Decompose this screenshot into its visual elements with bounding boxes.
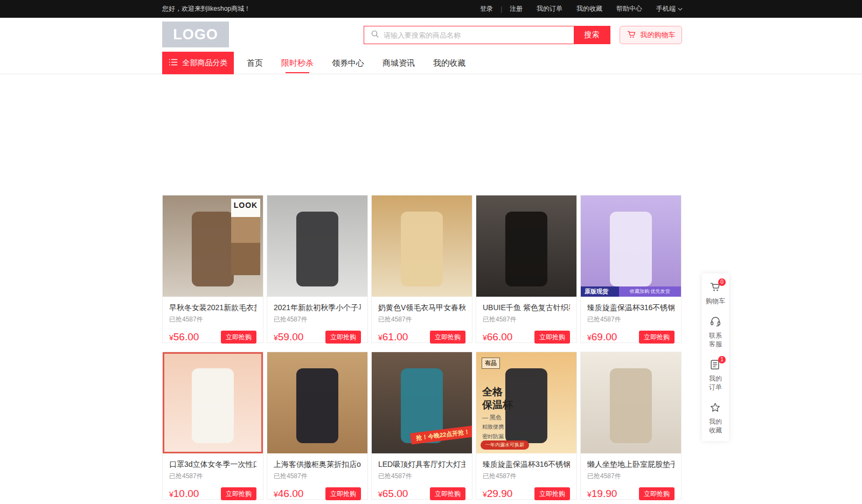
buy-now-button[interactable]: 立即抢购 bbox=[430, 487, 465, 500]
product-price: ¥56.00 bbox=[169, 331, 199, 343]
product-price-row: ¥69.00 立即抢购 bbox=[587, 331, 675, 344]
chevron-down-icon bbox=[678, 8, 683, 11]
price-value: 46.00 bbox=[278, 488, 304, 499]
panel-item-2[interactable]: 1我的 订单 bbox=[709, 359, 722, 391]
topbar-link-label: 我的订单 bbox=[537, 4, 562, 13]
product-price-row: ¥56.00 立即抢购 bbox=[169, 331, 256, 344]
topbar-link-3[interactable]: 我的收藏 bbox=[576, 4, 602, 13]
panel-item-3[interactable]: 我的 收藏 bbox=[709, 402, 722, 435]
product-title: 臻质旋盖保温杯316不锈钢内胆... bbox=[587, 302, 675, 313]
product-card-2[interactable]: 奶黄色V领毛衣马甲女春秋慵懒... 已抢4587件 ¥61.00 立即抢购 bbox=[371, 195, 472, 343]
product-title: LED吸顶灯具客厅灯大灯主卧... bbox=[378, 459, 465, 470]
topbar-link-0[interactable]: 登录 bbox=[480, 4, 493, 13]
welcome-text: 您好，欢迎来到likeshop商城！ bbox=[162, 4, 251, 13]
product-info: 上海客供撤柜奥莱折扣店outlets 已抢4587件 ¥46.00 立即抢购 bbox=[267, 453, 367, 500]
all-categories-button[interactable]: 全部商品分类 bbox=[162, 52, 234, 74]
topbar-inner: 您好，欢迎来到likeshop商城！ 登录|注册我的订单我的收藏帮助中心手机端 bbox=[162, 0, 683, 18]
logo[interactable]: LOGO bbox=[162, 22, 229, 47]
image-overlay-look: LOOK bbox=[231, 199, 260, 275]
product-image bbox=[267, 195, 367, 297]
product-card-8[interactable]: 有品全格 保温杯— 黑色精致便携 密封防漏 316不锈钢一年内漏水可换新 臻质旋… bbox=[476, 352, 577, 500]
currency-symbol: ¥ bbox=[587, 333, 592, 342]
product-image: 抢！今晚22点开抢！ bbox=[372, 352, 472, 453]
badge-count: 1 bbox=[718, 356, 726, 363]
search-button[interactable]: 搜索 bbox=[574, 26, 610, 44]
product-card-9[interactable]: 懒人坐垫地上卧室屁股垫子办... 已抢4587件 ¥19.90 立即抢购 bbox=[580, 352, 682, 500]
search-box bbox=[364, 26, 574, 44]
star-icon bbox=[709, 402, 722, 415]
panel-item-0[interactable]: 0购物车 bbox=[706, 281, 725, 305]
product-info: UBUIE千鱼 紫色复古针织衫马... 已抢4587件 ¥66.00 立即抢购 bbox=[476, 297, 576, 344]
order-icon: 1 bbox=[709, 359, 722, 372]
nav-item-3[interactable]: 商城资讯 bbox=[381, 58, 416, 68]
topbar-link-2[interactable]: 我的订单 bbox=[537, 4, 562, 13]
nav-item-1[interactable]: 限时秒杀 bbox=[280, 58, 315, 68]
product-price-row: ¥65.00 立即抢购 bbox=[378, 487, 465, 500]
product-card-3[interactable]: UBUIE千鱼 紫色复古针织衫马... 已抢4587件 ¥66.00 立即抢购 bbox=[476, 195, 577, 343]
price-value: 19.90 bbox=[592, 488, 617, 499]
product-price: ¥59.00 bbox=[274, 331, 303, 343]
nav-item-4[interactable]: 我的收藏 bbox=[432, 58, 467, 68]
image-overlay-pill: 一年内漏水可换新 bbox=[481, 440, 529, 450]
buy-now-button[interactable]: 立即抢购 bbox=[325, 331, 361, 344]
topbar-link-label: 登录 bbox=[480, 4, 493, 13]
product-card-6[interactable]: 上海客供撤柜奥莱折扣店outlets 已抢4587件 ¥46.00 立即抢购 bbox=[267, 352, 368, 500]
buy-now-button[interactable]: 立即抢购 bbox=[325, 487, 361, 500]
cart-icon bbox=[627, 30, 637, 41]
product-price-row: ¥10.00 立即抢购 bbox=[169, 487, 256, 500]
product-card-0[interactable]: LOOK 早秋冬女装2021新款毛衣盐系... 已抢4587件 ¥56.00 立… bbox=[162, 195, 263, 343]
product-card-5[interactable]: 口罩3d立体女冬季一次性口罩 已抢4587件 ¥10.00 立即抢购 bbox=[162, 352, 263, 500]
product-image: 原版现货收藏加购 优先发货 bbox=[581, 195, 681, 297]
product-sold-count: 已抢4587件 bbox=[483, 315, 570, 324]
my-cart-button[interactable]: 我的购物车 bbox=[620, 26, 682, 44]
nav-links: 首页限时秒杀领券中心商城资讯我的收藏 bbox=[246, 52, 467, 74]
product-card-1[interactable]: 2021年新款初秋季小个子马甲... 已抢4587件 ¥59.00 立即抢购 bbox=[267, 195, 368, 343]
headset-icon bbox=[709, 316, 722, 328]
topbar-link-label: 注册 bbox=[510, 4, 523, 13]
product-price: ¥46.00 bbox=[274, 488, 303, 500]
panel-item-1[interactable]: 联系 客服 bbox=[709, 316, 722, 348]
category-menu-icon bbox=[169, 58, 178, 68]
panel-item-label: 联系 客服 bbox=[709, 331, 722, 348]
product-price: ¥29.90 bbox=[483, 488, 512, 500]
price-value: 59.00 bbox=[278, 331, 304, 342]
buy-now-button[interactable]: 立即抢购 bbox=[639, 331, 675, 344]
product-price: ¥65.00 bbox=[378, 488, 408, 500]
product-photo-subject bbox=[296, 368, 338, 443]
search-input[interactable] bbox=[384, 31, 567, 39]
buy-now-button[interactable]: 立即抢购 bbox=[534, 331, 570, 344]
product-card-7[interactable]: 抢！今晚22点开抢！ LED吸顶灯具客厅灯大灯主卧... 已抢4587件 ¥65… bbox=[371, 352, 472, 500]
product-price: ¥10.00 bbox=[169, 488, 199, 500]
product-info: LED吸顶灯具客厅灯大灯主卧... 已抢4587件 ¥65.00 立即抢购 bbox=[372, 453, 472, 500]
buy-now-button[interactable]: 立即抢购 bbox=[639, 487, 675, 500]
product-sold-count: 已抢4587件 bbox=[274, 472, 361, 481]
header: LOGO 搜索 我的购物车 bbox=[0, 18, 862, 74]
topbar-link-1[interactable]: 注册 bbox=[510, 4, 523, 13]
image-overlay-ribbonR: 收藏加购 优先发货 bbox=[619, 286, 681, 297]
currency-symbol: ¥ bbox=[274, 333, 278, 342]
topbar-link-4[interactable]: 帮助中心 bbox=[616, 4, 642, 13]
product-price: ¥66.00 bbox=[483, 331, 512, 343]
price-value: 10.00 bbox=[173, 488, 199, 499]
nav-item-0[interactable]: 首页 bbox=[246, 58, 264, 68]
product-info: 2021年新款初秋季小个子马甲... 已抢4587件 ¥59.00 立即抢购 bbox=[267, 297, 367, 344]
product-sold-count: 已抢4587件 bbox=[587, 472, 675, 481]
buy-now-button[interactable]: 立即抢购 bbox=[221, 487, 256, 500]
product-price-row: ¥59.00 立即抢购 bbox=[274, 331, 361, 344]
product-card-4[interactable]: 原版现货收藏加购 优先发货 臻质旋盖保温杯316不锈钢内胆... 已抢4587件… bbox=[580, 195, 682, 343]
topbar-link-5[interactable]: 手机端 bbox=[656, 4, 683, 13]
product-sold-count: 已抢4587件 bbox=[378, 472, 465, 481]
product-photo-subject bbox=[296, 212, 338, 286]
price-value: 66.00 bbox=[487, 331, 513, 342]
buy-now-button[interactable]: 立即抢购 bbox=[534, 487, 570, 500]
product-image: LOOK bbox=[163, 195, 263, 297]
product-info: 早秋冬女装2021新款毛衣盐系... 已抢4587件 ¥56.00 立即抢购 bbox=[163, 297, 263, 344]
currency-symbol: ¥ bbox=[483, 490, 487, 499]
product-photo-subject bbox=[505, 212, 547, 286]
nav-item-2[interactable]: 领券中心 bbox=[331, 58, 365, 68]
buy-now-button[interactable]: 立即抢购 bbox=[221, 331, 256, 344]
product-sold-count: 已抢4587件 bbox=[169, 472, 256, 481]
currency-symbol: ¥ bbox=[483, 333, 487, 342]
product-price: ¥69.00 bbox=[587, 331, 617, 343]
buy-now-button[interactable]: 立即抢购 bbox=[430, 331, 465, 344]
